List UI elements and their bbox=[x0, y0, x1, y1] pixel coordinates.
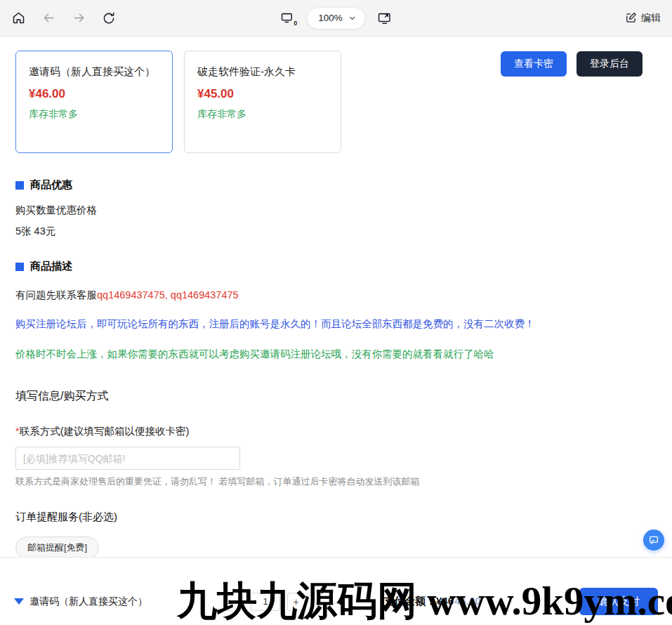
product-price: ¥45.00 bbox=[197, 87, 328, 101]
login-admin-button[interactable]: 登录后台 bbox=[577, 51, 643, 77]
description-section-title: 商品描述 bbox=[30, 260, 72, 273]
selected-product-toggle[interactable]: 邀请码（新人直接买这个） bbox=[14, 596, 147, 608]
contact-field-label: *联系方式(建议填写邮箱以便接收卡密) bbox=[15, 425, 657, 438]
product-stock: 库存非常多 bbox=[197, 108, 328, 121]
contact-qq-numbers: qq1469437475, qq1469437475 bbox=[97, 289, 239, 301]
payment-amount-label: 支付金额： bbox=[383, 595, 436, 608]
quantity-stepper: - + bbox=[226, 593, 305, 611]
email-reminder-option[interactable]: 邮箱提醒[免费] bbox=[15, 537, 99, 559]
payment-amount: 支付金额： ¥46 46.00 bbox=[383, 595, 481, 608]
section-bullet-icon bbox=[15, 181, 24, 190]
checkout-bar: 邀请码（新人直接买这个） - + 支付金额： ¥46 46.00 确认支付 bbox=[0, 557, 672, 625]
edit-pencil-icon bbox=[625, 12, 637, 24]
form-heading: 填写信息/购买方式 bbox=[15, 389, 657, 404]
zoom-level-value: 100% bbox=[318, 13, 343, 23]
product-cards-row: 邀请码（新人直接买这个） ¥46.00 库存非常多 破走软件验证-永久卡 ¥45… bbox=[15, 51, 657, 153]
contact-line: 有问题先联系客服qq1469437475, qq1469437475 bbox=[15, 289, 657, 302]
product-price: ¥46.00 bbox=[29, 87, 159, 101]
product-card-invite-code[interactable]: 邀请码（新人直接买这个） ¥46.00 库存非常多 bbox=[15, 51, 173, 153]
home-icon[interactable] bbox=[11, 11, 26, 25]
promo-section: 商品优惠 购买数量优惠价格 5张 43元 bbox=[15, 178, 657, 238]
back-arrow-icon[interactable] bbox=[41, 11, 56, 25]
description-section: 商品描述 有问题先联系客服qq1469437475, qq1469437475 … bbox=[15, 260, 657, 361]
description-line-green: 价格时不时会上涨，如果你需要的东西就可以考虑购买邀请码注册论坛哦，没有你需要的就… bbox=[15, 348, 657, 361]
description-line-blue: 购买注册论坛后，即可玩论坛所有的东西，注册后的账号是永久的！而且论坛全部东西都是… bbox=[15, 317, 657, 331]
quantity-input[interactable] bbox=[251, 593, 280, 611]
payment-amount-value: ¥46 bbox=[436, 595, 454, 607]
product-title: 破走软件验证-永久卡 bbox=[197, 63, 328, 81]
chat-bubble-icon bbox=[648, 534, 659, 546]
quantity-increase-button[interactable]: + bbox=[287, 593, 305, 611]
section-bullet-icon bbox=[15, 263, 24, 271]
promo-line-2: 5张 43元 bbox=[15, 225, 657, 238]
product-card-software-verify[interactable]: 破走软件验证-永久卡 ¥45.00 库存非常多 bbox=[184, 51, 341, 153]
promo-section-title: 商品优惠 bbox=[30, 178, 72, 192]
edit-button-label: 编辑 bbox=[641, 12, 661, 25]
responsive-devices-icon[interactable]: 0 bbox=[279, 11, 295, 25]
zoom-level-dropdown[interactable]: 100% bbox=[306, 7, 366, 29]
product-stock: 库存非常多 bbox=[29, 108, 159, 121]
view-card-secret-button[interactable]: 查看卡密 bbox=[501, 51, 567, 77]
selected-product-name: 邀请码（新人直接买这个） bbox=[29, 596, 147, 608]
contact-hint: 联系方式是商家处理售后的重要凭证，请勿乱写！ 若填写邮箱，订单通过后卡密将自动发… bbox=[15, 475, 657, 488]
product-title: 邀请码（新人直接买这个） bbox=[29, 63, 159, 81]
refresh-icon[interactable] bbox=[102, 11, 116, 25]
reminder-heading: 订单提醒服务(非必选) bbox=[15, 511, 657, 524]
chevron-down-icon bbox=[348, 14, 357, 22]
forward-arrow-icon[interactable] bbox=[72, 11, 86, 25]
triangle-down-icon bbox=[14, 598, 24, 605]
main-content: 邀请码（新人直接买这个） ¥46.00 库存非常多 破走软件验证-永久卡 ¥45… bbox=[0, 37, 672, 559]
contact-prefix: 有问题先联系客服 bbox=[15, 289, 97, 301]
promo-line-1: 购买数量优惠价格 bbox=[15, 204, 657, 217]
confirm-pay-button[interactable]: 确认支付 bbox=[579, 588, 658, 615]
payment-amount-decimal: 46.00 bbox=[454, 595, 481, 607]
quantity-decrease-button[interactable]: - bbox=[226, 593, 244, 611]
contact-input[interactable] bbox=[15, 447, 240, 470]
edit-button[interactable]: 编辑 bbox=[625, 12, 661, 25]
open-in-browser-icon[interactable] bbox=[377, 11, 393, 25]
chat-support-button[interactable] bbox=[643, 529, 664, 551]
browser-toolbar: 0 100% 编辑 bbox=[0, 0, 672, 37]
device-badge: 0 bbox=[294, 20, 297, 27]
